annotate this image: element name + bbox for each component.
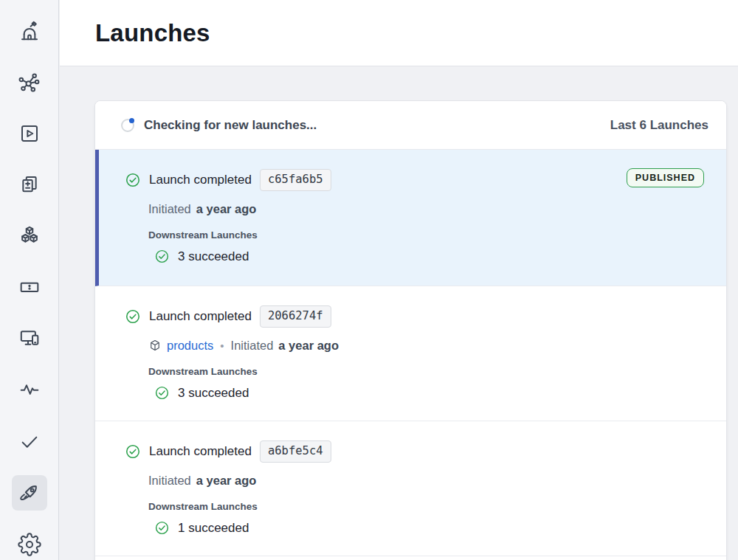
launch-id-chip[interactable]: c65fa6b5 bbox=[260, 169, 331, 190]
initiated-time: a year ago bbox=[196, 474, 257, 488]
downstream-status: 3 succeeded bbox=[178, 249, 249, 264]
success-check-icon bbox=[154, 249, 170, 264]
sidebar-item-console[interactable] bbox=[12, 269, 47, 305]
initiated-label: Initiated bbox=[148, 474, 191, 488]
checking-status-text: Checking for new launches... bbox=[144, 118, 317, 133]
devices-icon bbox=[18, 326, 41, 350]
success-check-icon bbox=[125, 172, 141, 188]
launch-title: Launch completed bbox=[149, 309, 252, 324]
dot-separator: • bbox=[218, 339, 225, 352]
sidebar-item-graph[interactable] bbox=[12, 65, 47, 100]
success-check-icon bbox=[125, 443, 141, 460]
last-launches-label: Last 6 Launches bbox=[610, 118, 708, 133]
sidebar-item-settings[interactable] bbox=[12, 527, 47, 560]
downstream-status: 1 succeeded bbox=[178, 521, 249, 536]
sidebar-item-assets[interactable] bbox=[12, 218, 47, 253]
launch-row[interactable]: Launch completed 2066274f products • Ini… bbox=[95, 286, 726, 421]
cubes-icon bbox=[18, 224, 41, 247]
downstream-label: Downstream Launches bbox=[148, 501, 706, 512]
initiated-label: Initiated bbox=[231, 339, 274, 353]
downstream-label: Downstream Launches bbox=[148, 366, 706, 377]
initiated-time: a year ago bbox=[196, 202, 257, 216]
loading-spinner-icon bbox=[121, 119, 134, 132]
initiated-label: Initiated bbox=[148, 202, 191, 216]
page-title: Launches bbox=[95, 19, 210, 47]
launch-id-chip[interactable]: a6bfe5c4 bbox=[260, 440, 331, 462]
launch-row[interactable] bbox=[95, 556, 726, 560]
success-check-icon bbox=[125, 308, 141, 325]
rocket-icon bbox=[18, 481, 41, 505]
page-header: Launches bbox=[60, 0, 738, 66]
sidebar bbox=[0, 0, 59, 560]
box-colon-icon bbox=[18, 275, 41, 299]
sidebar-item-observatory[interactable] bbox=[12, 13, 47, 49]
sidebar-item-runs[interactable] bbox=[12, 116, 47, 151]
diff-pages-icon bbox=[18, 173, 41, 196]
launch-id-chip[interactable]: 2066274f bbox=[260, 305, 331, 327]
launch-row[interactable]: Launch completed a6bfe5c4 Initiated a ye… bbox=[95, 421, 726, 556]
network-graph-icon bbox=[18, 71, 41, 94]
sidebar-item-activity[interactable] bbox=[12, 372, 47, 407]
checkmark-icon bbox=[18, 429, 41, 453]
activity-pulse-icon bbox=[18, 378, 41, 401]
play-square-icon bbox=[18, 122, 41, 145]
success-check-icon bbox=[154, 520, 170, 536]
launch-row[interactable]: Launch completed c65fa6b5 PUBLISHED Init… bbox=[95, 150, 726, 286]
sidebar-item-devices[interactable] bbox=[12, 320, 47, 356]
initiated-time: a year ago bbox=[278, 339, 339, 353]
launches-panel-header: Checking for new launches... Last 6 Laun… bbox=[95, 101, 726, 150]
published-badge: PUBLISHED bbox=[627, 168, 704, 187]
sidebar-item-checks[interactable] bbox=[12, 424, 47, 459]
downstream-label: Downstream Launches bbox=[148, 229, 706, 241]
success-check-icon bbox=[154, 385, 170, 401]
sidebar-item-changes[interactable] bbox=[12, 167, 47, 202]
launches-panel: Checking for new launches... Last 6 Laun… bbox=[94, 100, 727, 560]
gear-icon bbox=[18, 533, 41, 556]
launch-title: Launch completed bbox=[149, 444, 252, 459]
observatory-icon bbox=[18, 19, 41, 43]
downstream-status: 3 succeeded bbox=[178, 386, 249, 401]
asset-cube-icon bbox=[148, 339, 162, 352]
asset-link[interactable]: products bbox=[167, 339, 213, 353]
launch-title: Launch completed bbox=[149, 173, 252, 187]
sidebar-item-launches[interactable] bbox=[12, 475, 47, 511]
